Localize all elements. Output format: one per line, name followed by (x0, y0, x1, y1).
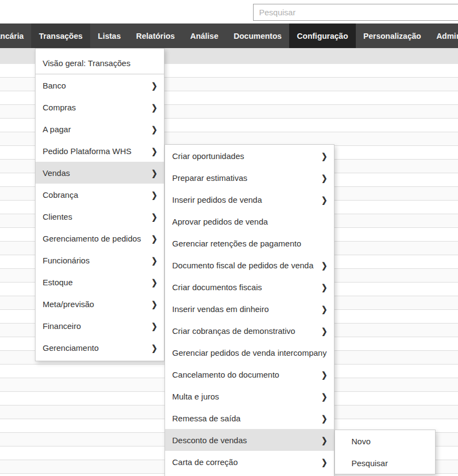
menu-item-carta-de-correcao[interactable]: Carta de correção ❯ (165, 451, 334, 473)
menu-item-criar-oportunidades[interactable]: Criar oportunidades ❯ (165, 145, 334, 167)
menu-item-criar-documentos-fiscais[interactable]: Criar documentos fiscais ❯ (165, 276, 334, 298)
menu-item-cobranca[interactable]: Cobrança ❯ (36, 184, 164, 205)
chevron-right-icon: ❯ (151, 277, 157, 286)
chevron-right-icon: ❯ (321, 435, 327, 444)
chevron-right-icon: ❯ (151, 80, 157, 90)
chevron-right-icon: ❯ (321, 413, 327, 422)
menu-item-visao-geral-transacoes[interactable]: Visão geral: Transações (36, 52, 164, 74)
nav-tab-relatorios[interactable]: Relatórios (128, 23, 183, 48)
menu-item-inserir-pedidos-de-venda[interactable]: Inserir pedidos de venda ❯ (165, 189, 334, 210)
menu-item-documento-fiscal-de-pedidos-de-venda[interactable]: Documento fiscal de pedidos de venda ❯ (165, 254, 334, 276)
menu-item-funcionarios[interactable]: Funcionários ❯ (36, 249, 164, 271)
chevron-right-icon: ❯ (321, 151, 327, 160)
search-input[interactable] (253, 4, 458, 21)
chevron-right-icon: ❯ (321, 173, 327, 182)
menu-item-gerenciamento-de-pedidos[interactable]: Gerenciamento de pedidos ❯ (36, 227, 164, 249)
nav-tab-analise[interactable]: Análise (183, 23, 226, 48)
chevron-right-icon: ❯ (321, 457, 327, 466)
menu-item-gerenciar-pedidos-de-venda-intercompany[interactable]: Gerenciar pedidos de venda intercompany (165, 342, 334, 363)
menu-item-estoque[interactable]: Estoque ❯ (36, 271, 164, 293)
chevron-right-icon: ❯ (321, 195, 327, 204)
nav-tab-configuracao[interactable]: Configuração (289, 23, 355, 48)
nav-tab-personalizacao[interactable]: Personalização (356, 23, 429, 48)
menu-item-gerenciar-retencoes-de-pagamento[interactable]: Gerenciar retenções de pagamento (165, 232, 334, 254)
menu-item-a-pagar[interactable]: A pagar ❯ (36, 118, 164, 140)
menu-item-meta-previsao[interactable]: Meta/previsão ❯ (36, 293, 164, 315)
menu-item-compras[interactable]: Compras ❯ (36, 96, 164, 118)
chevron-right-icon: ❯ (151, 211, 157, 221)
menu-item-multa-e-juros[interactable]: Multa e juros ❯ (165, 385, 334, 407)
menu-item-criar-cobrancas-de-demonstrativo[interactable]: Criar cobranças de demonstrativo ❯ (165, 320, 334, 342)
nav-tab-bancaria[interactable]: Bancária (0, 23, 31, 48)
chevron-right-icon: ❯ (151, 190, 157, 199)
chevron-right-icon: ❯ (321, 282, 327, 291)
menu-item-novo[interactable]: Novo (335, 430, 435, 452)
chevron-right-icon: ❯ (321, 326, 327, 335)
chevron-right-icon: ❯ (151, 124, 157, 133)
menu-item-vendas[interactable]: Vendas ❯ (36, 162, 164, 184)
menu-item-gerenciamento[interactable]: Gerenciamento ❯ (36, 337, 164, 359)
chevron-right-icon: ❯ (151, 321, 157, 330)
menu-item-inserir-vendas-em-dinheiro[interactable]: Inserir vendas em dinheiro ❯ (165, 298, 334, 320)
chevron-right-icon: ❯ (151, 343, 157, 352)
menu-item-banco[interactable]: Banco ❯ (36, 74, 164, 96)
chevron-right-icon: ❯ (151, 255, 157, 265)
nav-tab-documentos[interactable]: Documentos (226, 23, 290, 48)
nav-tab-listas[interactable]: Listas (90, 23, 128, 48)
menu-item-pedido-plataforma-whs[interactable]: Pedido Plataforma WHS ❯ (36, 140, 164, 162)
menu-item-desconto-de-vendas[interactable]: Desconto de vendas ❯ (165, 429, 334, 451)
menu-item-financeiro[interactable]: Financeiro ❯ (36, 315, 164, 337)
menu-item-cancelamento-do-documento[interactable]: Cancelamento do documento ❯ (165, 363, 334, 385)
chevron-right-icon: ❯ (151, 233, 157, 243)
menu-item-pesquisar[interactable]: Pesquisar (335, 452, 435, 474)
chevron-right-icon: ❯ (151, 102, 157, 111)
chevron-right-icon: ❯ (151, 299, 157, 308)
nav-tab-administracao[interactable]: Administração (428, 23, 458, 48)
menu-item-aprovar-pedidos-de-venda[interactable]: Aprovar pedidos de venda (165, 210, 334, 232)
chevron-right-icon: ❯ (321, 260, 327, 269)
menu-item-clientes[interactable]: Clientes ❯ (36, 205, 164, 227)
chevron-right-icon: ❯ (321, 369, 327, 379)
dropdown-vendas: Criar oportunidades ❯ Preparar estimativ… (165, 144, 334, 476)
main-navbar: Bancária Transações Listas Relatórios An… (0, 23, 458, 48)
chevron-right-icon: ❯ (151, 168, 157, 177)
nav-tab-transacoes[interactable]: Transações (31, 23, 90, 48)
dropdown-transacoes: Visão geral: Transações Banco ❯ Compras … (35, 48, 165, 361)
dropdown-desconto-de-vendas: Novo Pesquisar (334, 430, 436, 474)
chevron-right-icon: ❯ (151, 146, 157, 155)
chevron-right-icon: ❯ (321, 304, 327, 313)
menu-item-remessa-de-saida[interactable]: Remessa de saída ❯ (165, 407, 334, 429)
menu-item-preparar-estimativas[interactable]: Preparar estimativas ❯ (165, 167, 334, 189)
chevron-right-icon: ❯ (321, 391, 327, 401)
